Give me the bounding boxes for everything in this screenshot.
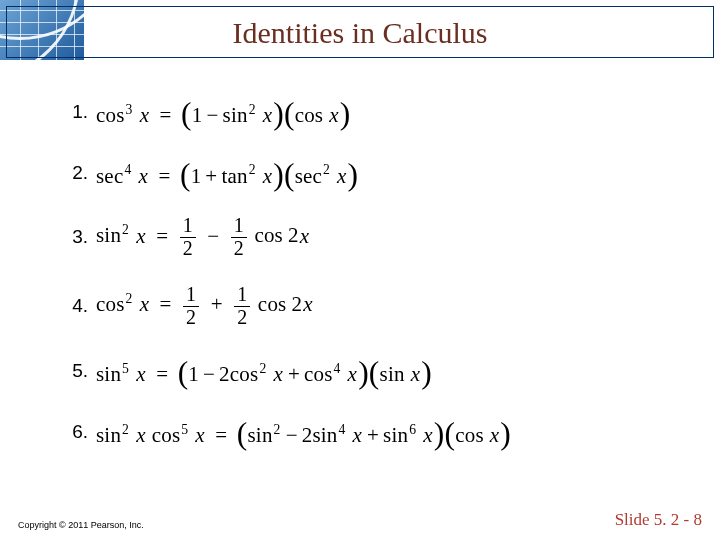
eq-math: sin2x = 12 − 12 cos2x [96,216,310,259]
eq-math: sec4x = (1+tan2x)(sec2x) [96,156,358,191]
slide: Identities in Calculus 1. cos3x = (1−sin… [0,0,720,540]
equation-6: 6. sin2xcos5x = (sin2−2sin4x+sin6x)(cosx… [60,415,680,450]
eq-math: cos2x = 12 + 12 cos2x [96,285,314,328]
eq-number: 3. [60,227,88,248]
equation-2: 2. sec4x = (1+tan2x)(sec2x) [60,156,680,191]
content-area: 1. cos3x = (1−sin2x)(cosx) 2. sec4x = (1… [60,95,680,475]
eq-number: 2. [60,163,88,184]
eq-number: 5. [60,361,88,382]
equation-3: 3. sin2x = 12 − 12 cos2x [60,216,680,259]
equation-1: 1. cos3x = (1−sin2x)(cosx) [60,95,680,130]
eq-math: sin2xcos5x = (sin2−2sin4x+sin6x)(cosx) [96,415,511,450]
eq-math: cos3x = (1−sin2x)(cosx) [96,95,350,130]
copyright-text: Copyright © 2011 Pearson, Inc. [18,520,144,530]
equation-4: 4. cos2x = 12 + 12 cos2x [60,285,680,328]
eq-math: sin5x = (1−2cos2x+cos4x)(sinx) [96,354,432,389]
eq-number: 1. [60,102,88,123]
eq-number: 4. [60,296,88,317]
slide-number: Slide 5. 2 - 8 [615,510,702,530]
slide-title: Identities in Calculus [0,16,720,50]
equation-5: 5. sin5x = (1−2cos2x+cos4x)(sinx) [60,354,680,389]
eq-number: 6. [60,422,88,443]
